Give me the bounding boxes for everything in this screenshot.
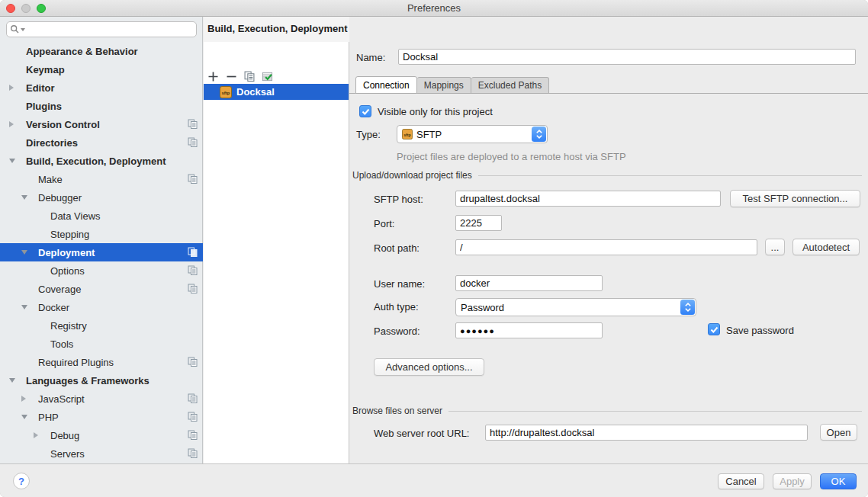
port-label: Port: <box>374 218 394 229</box>
sidebar-item-editor[interactable]: Editor <box>0 79 203 97</box>
port-input[interactable] <box>455 215 502 231</box>
tab-connection[interactable]: Connection <box>355 76 417 94</box>
expand-arrow[interactable] <box>21 305 27 309</box>
use-as-default-button[interactable] <box>259 69 275 84</box>
visible-only-label: Visible only for this project <box>378 106 493 117</box>
sftp-host-input[interactable] <box>455 191 721 207</box>
browse-root-button[interactable]: ... <box>765 239 785 255</box>
sidebar-item-required-plugins[interactable]: Required Plugins <box>0 353 203 371</box>
copy-icon <box>244 71 255 82</box>
sidebar-item-label: Registry <box>50 320 87 332</box>
plus-icon <box>207 71 219 82</box>
sidebar-item-label: Languages & Frameworks <box>26 375 149 386</box>
check-icon <box>710 326 719 333</box>
autodetect-button[interactable]: Autodetect <box>792 239 860 255</box>
settings-sidebar: Appearance & Behavior Keymap Editor Plug… <box>0 17 203 463</box>
help-button[interactable]: ? <box>13 473 30 489</box>
tab-excluded-paths[interactable]: Excluded Paths <box>471 77 549 94</box>
sidebar-item-tools[interactable]: Tools <box>0 335 203 353</box>
expand-arrow[interactable] <box>21 415 27 419</box>
sidebar-item-stepping[interactable]: Stepping <box>0 225 203 243</box>
root-path-input[interactable] <box>455 239 757 255</box>
project-level-icon <box>188 357 198 367</box>
expand-arrow[interactable] <box>21 250 27 255</box>
expand-arrow[interactable] <box>21 195 27 200</box>
sidebar-item-debug[interactable]: Debug <box>0 426 203 444</box>
sidebar-item-label: Directories <box>26 137 78 149</box>
project-level-icon <box>188 247 198 257</box>
sidebar-item-build-execution-deployment[interactable]: Build, Execution, Deployment <box>0 152 203 170</box>
password-input[interactable] <box>455 322 603 338</box>
sidebar-item-options[interactable]: Options <box>0 261 203 280</box>
type-label: Type: <box>356 129 381 140</box>
section-upload-label: Upload/download project files <box>352 170 472 181</box>
select-stepper-icon[interactable] <box>680 300 695 315</box>
section-browse-label: Browse files on server <box>352 406 442 416</box>
sidebar-item-deployment[interactable]: Deployment <box>0 243 203 261</box>
name-input[interactable] <box>398 49 856 65</box>
sidebar-item-directories[interactable]: Directories <box>0 133 203 152</box>
search-input[interactable] <box>25 24 193 36</box>
sidebar-item-servers[interactable]: Servers <box>0 444 203 463</box>
select-stepper-icon[interactable] <box>532 127 546 142</box>
sidebar-item-keymap[interactable]: Keymap <box>0 60 203 79</box>
save-password-checkbox[interactable] <box>708 323 720 335</box>
test-connection-button[interactable]: Test SFTP connection... <box>730 190 860 207</box>
dialog-footer: ? Cancel Apply OK <box>0 463 868 497</box>
sidebar-item-appearance-behavior[interactable]: Appearance & Behavior <box>0 42 203 60</box>
sidebar-item-registry[interactable]: Registry <box>0 316 203 335</box>
expand-arrow[interactable] <box>9 121 14 127</box>
open-button[interactable]: Open <box>820 424 857 441</box>
sftp-icon <box>402 129 413 139</box>
deployment-detail-panel: Name: Connection Mappings Excluded Paths… <box>349 17 868 463</box>
sidebar-item-javascript[interactable]: JavaScript <box>0 390 203 408</box>
expand-arrow[interactable] <box>9 85 14 91</box>
sidebar-item-make[interactable]: Make <box>0 170 203 188</box>
project-level-icon <box>188 119 198 129</box>
project-level-icon <box>188 393 198 403</box>
user-name-input[interactable] <box>455 275 603 291</box>
sidebar-item-php[interactable]: PHP <box>0 408 203 426</box>
advanced-options-button[interactable]: Advanced options... <box>374 358 484 376</box>
sidebar-item-languages-frameworks[interactable]: Languages & Frameworks <box>0 371 203 390</box>
type-select[interactable]: SFTP <box>397 125 548 143</box>
sidebar-item-coverage[interactable]: Coverage <box>0 280 203 298</box>
sidebar-item-data-views[interactable]: Data Views <box>0 207 203 225</box>
ok-button[interactable]: OK <box>820 473 857 489</box>
sidebar-item-debugger[interactable]: Debugger <box>0 188 203 207</box>
project-level-icon <box>188 448 198 458</box>
copy-server-button[interactable] <box>242 69 257 84</box>
sftp-icon <box>220 86 232 98</box>
settings-search[interactable] <box>6 21 197 37</box>
project-level-icon <box>188 265 198 275</box>
expand-arrow[interactable] <box>34 432 38 438</box>
server-list: Docksal <box>204 84 349 100</box>
web-root-input[interactable] <box>485 425 808 441</box>
expand-arrow[interactable] <box>21 396 26 402</box>
web-root-label: Web server root URL: <box>374 428 469 439</box>
visible-only-checkbox[interactable] <box>359 105 371 117</box>
sidebar-item-plugins[interactable]: Plugins <box>0 97 203 115</box>
project-level-icon <box>188 284 198 293</box>
sidebar-item-version-control[interactable]: Version Control <box>0 115 203 133</box>
sidebar-item-label: Servers <box>50 448 85 460</box>
expand-arrow[interactable] <box>9 378 15 383</box>
tab-mappings[interactable]: Mappings <box>417 77 471 94</box>
expand-arrow[interactable] <box>9 159 15 163</box>
cancel-button[interactable]: Cancel <box>718 473 764 489</box>
sidebar-item-label: Debug <box>50 430 79 441</box>
section-upload: Upload/download project files <box>352 170 862 181</box>
sidebar-item-label: Data Views <box>50 210 101 222</box>
sidebar-item-docker[interactable]: Docker <box>0 298 203 316</box>
server-list-item-docksal[interactable]: Docksal <box>204 84 349 100</box>
remove-server-button[interactable] <box>223 69 239 84</box>
auth-type-select[interactable]: Password <box>455 298 696 316</box>
preferences-window: Preferences Appearance & Behavior Keymap… <box>0 0 868 497</box>
apply-button[interactable]: Apply <box>773 473 812 489</box>
sidebar-item-label: Version Control <box>26 119 100 130</box>
question-mark-icon: ? <box>18 476 24 487</box>
server-list-panel: Docksal <box>204 42 349 463</box>
add-server-button[interactable] <box>205 69 220 84</box>
section-browse: Browse files on server <box>352 406 862 416</box>
sidebar-item-label: Docker <box>38 302 69 313</box>
